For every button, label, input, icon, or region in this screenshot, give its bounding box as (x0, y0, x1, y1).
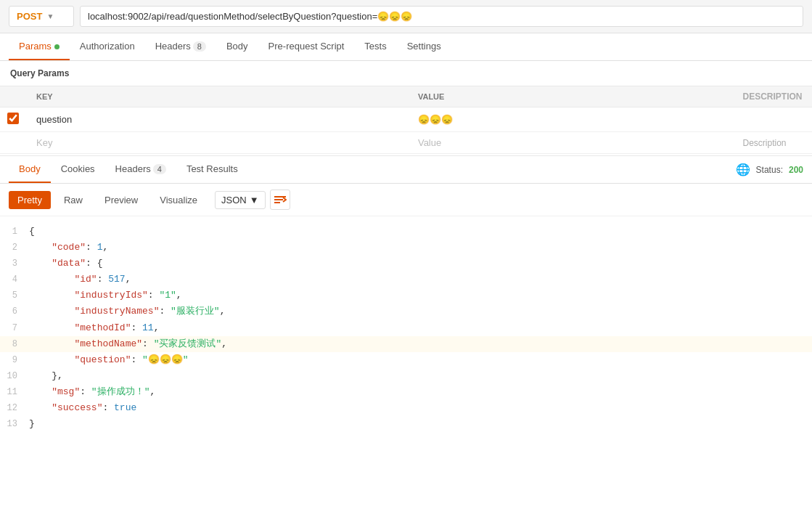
url-input[interactable] (80, 6, 803, 27)
line-number: 5 (0, 288, 29, 303)
params-table: KEY VALUE DESCRIPTION question 😞😞😞 Key V… (0, 86, 812, 154)
line-content: "success": true (29, 400, 812, 416)
format-select[interactable]: JSON ▼ (215, 191, 266, 209)
key-placeholder[interactable]: Key (29, 132, 411, 154)
line-content: }, (29, 368, 812, 384)
tab-body-label: Body (226, 41, 248, 52)
res-tab-visualize[interactable]: Visualize (151, 191, 206, 209)
wrap-button[interactable] (270, 190, 290, 210)
line-number: 11 (0, 385, 29, 399)
response-headers-badge: 4 (153, 164, 166, 174)
tab-cookies-label: Cookies (61, 163, 95, 174)
line-content: "data": { (29, 256, 812, 272)
code-line: 7 "methodId": 11, (0, 320, 812, 336)
headers-badge: 8 (193, 41, 206, 52)
tab-settings-label: Settings (407, 41, 441, 52)
col-key: KEY (29, 86, 411, 107)
tab-response-headers-label: Headers (115, 163, 151, 174)
line-number: 9 (0, 353, 29, 367)
status-label: Status: (756, 165, 783, 175)
url-bar: POST ▼ (0, 0, 812, 33)
line-content: "id": 517, (29, 272, 812, 288)
query-params-title: Query Params (0, 61, 812, 86)
response-toolbar: Pretty Raw Preview Visualize JSON ▼ (0, 184, 812, 216)
tab-headers-label: Headers (155, 41, 191, 52)
table-row: question 😞😞😞 (0, 107, 812, 132)
res-tab-pretty[interactable]: Pretty (9, 191, 51, 209)
code-line: 12 "success": true (0, 400, 812, 416)
tab-headers[interactable]: Headers8 (145, 33, 216, 60)
tab-prerequest-label: Pre-request Script (268, 41, 345, 52)
tab-prerequest[interactable]: Pre-request Script (258, 33, 355, 60)
value-placeholder[interactable]: Value (411, 132, 736, 154)
tab-response-body-label: Body (19, 163, 41, 174)
line-number: 3 (0, 256, 29, 271)
col-description: DESCRIPTION (736, 86, 812, 107)
request-tabs: Params Authorization Headers8 Body Pre-r… (0, 33, 812, 61)
col-value: VALUE (411, 86, 736, 107)
line-content: "question": "😞😞😞" (29, 352, 812, 368)
line-content: } (29, 416, 812, 432)
col-check (0, 86, 29, 107)
tab-cookies[interactable]: Cookies (51, 156, 105, 183)
status-code: 200 (789, 165, 803, 175)
code-line: 6 "industryNames": "服装行业", (0, 304, 812, 319)
row-key[interactable]: question (29, 107, 411, 132)
tab-settings[interactable]: Settings (397, 33, 451, 60)
line-content: "code": 1, (29, 240, 812, 256)
line-number: 13 (0, 417, 29, 431)
code-line: 3 "data": { (0, 256, 812, 272)
line-number: 1 (0, 224, 29, 239)
row-value[interactable]: 😞😞😞 (411, 107, 736, 132)
line-content: "msg": "操作成功！", (29, 384, 812, 400)
response-tabs: Body Cookies Headers4 Test Results 🌐 Sta… (0, 155, 812, 184)
code-line: 4 "id": 517, (0, 272, 812, 288)
res-tab-preview[interactable]: Preview (96, 191, 147, 209)
code-line: 2 "code": 1, (0, 240, 812, 256)
tab-params[interactable]: Params (9, 33, 70, 60)
line-content: "methodId": 11, (29, 320, 812, 336)
line-content: "industryIds": "1", (29, 288, 812, 304)
tab-test-results-label: Test Results (186, 163, 238, 174)
code-line: 11 "msg": "操作成功！", (0, 384, 812, 400)
tab-tests[interactable]: Tests (354, 33, 396, 60)
method-label: POST (17, 11, 42, 22)
tab-authorization[interactable]: Authorization (70, 33, 145, 60)
line-content: { (29, 224, 812, 240)
line-number: 2 (0, 240, 29, 255)
line-number: 10 (0, 369, 29, 383)
line-number: 8 (0, 337, 29, 351)
params-dot (54, 44, 60, 49)
code-line: 5 "industryIds": "1", (0, 288, 812, 304)
method-select[interactable]: POST ▼ (9, 6, 74, 27)
globe-icon: 🌐 (736, 163, 750, 176)
tab-response-headers[interactable]: Headers4 (105, 156, 176, 183)
code-line: 13} (0, 416, 812, 432)
status-area: 🌐 Status: 200 (736, 163, 803, 176)
row-description (736, 107, 812, 132)
row-checkbox[interactable] (7, 113, 19, 124)
wrap-icon (274, 195, 287, 205)
format-chevron-icon: ▼ (250, 195, 259, 205)
code-line: 8 "methodName": "买家反馈测试", (0, 336, 812, 352)
code-line: 9 "question": "😞😞😞" (0, 352, 812, 368)
code-line: 1{ (0, 224, 812, 240)
tab-body[interactable]: Body (216, 33, 258, 60)
line-number: 4 (0, 272, 29, 287)
tab-tests-label: Tests (364, 41, 386, 52)
line-content: "industryNames": "服装行业", (29, 304, 812, 319)
tab-response-body[interactable]: Body (9, 156, 51, 183)
table-row-empty: Key Value Description (0, 132, 812, 154)
description-placeholder[interactable]: Description (736, 132, 812, 154)
tab-params-label: Params (19, 41, 52, 52)
method-chevron-icon: ▼ (46, 12, 54, 20)
format-label: JSON (221, 195, 247, 205)
res-tab-raw[interactable]: Raw (55, 191, 91, 209)
code-area: 1{2 "code": 1,3 "data": {4 "id": 517,5 "… (0, 216, 812, 439)
tab-test-results[interactable]: Test Results (176, 156, 248, 183)
line-number: 6 (0, 304, 29, 319)
code-line: 10 }, (0, 368, 812, 384)
line-number: 12 (0, 401, 29, 415)
line-number: 7 (0, 321, 29, 335)
line-content: "methodName": "买家反馈测试", (29, 336, 812, 352)
